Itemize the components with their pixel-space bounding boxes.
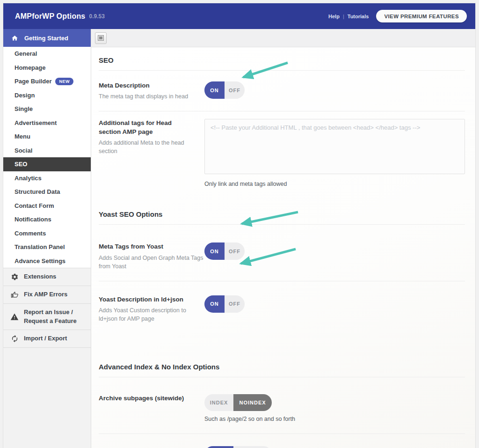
archive-subpages-toggle[interactable]: INDEX NOINDEX: [204, 394, 272, 411]
meta-tags-yoast-toggle[interactable]: ON OFF: [204, 242, 245, 260]
yoast-ldjson-row: Yoast Description in ld+json Adds Yoast …: [99, 281, 465, 335]
author-archive-row: Author Archive pages INDEX NOINDEX: [99, 434, 465, 448]
sidebar-item-comments[interactable]: Comments: [3, 227, 91, 241]
toggle-on-segment[interactable]: ON: [204, 81, 225, 99]
option-label: Meta Description: [99, 81, 195, 90]
sidebar-item-label: Extensions: [24, 272, 79, 281]
sidebar-item-label: Contact Form: [15, 202, 54, 209]
sidebar-item-label: Advance Settings: [15, 257, 65, 264]
toggle-on-segment[interactable]: ON: [204, 295, 225, 313]
sidebar-item-advance-settings[interactable]: Advance Settings: [3, 254, 91, 268]
header-separator: |: [343, 14, 344, 19]
warning-icon: [10, 313, 19, 321]
sidebar-item-label: Translation Panel: [15, 243, 65, 250]
option-description: The meta tag that displays in head: [99, 92, 204, 101]
sidebar-item-label: Getting Started: [24, 35, 68, 42]
sidebar-item-menu[interactable]: Menu: [3, 130, 91, 144]
app-header: AMPforWP Options 0.9.53 Help | Tutorials…: [3, 3, 475, 29]
additional-head-tags-textarea[interactable]: [204, 119, 465, 174]
sidebar-item-label: General: [15, 50, 37, 57]
option-label: Archive subpages (sitewide): [99, 394, 195, 403]
section-heading-index: Advanced Index & No Index Options: [99, 354, 465, 377]
sidebar-nav-list: General Homepage Page Builder NEW Design…: [3, 47, 91, 268]
toggle-noindex-segment[interactable]: NOINDEX: [233, 394, 272, 411]
option-label: Additional tags for Head section AMP pag…: [99, 119, 195, 136]
sidebar-item-extensions[interactable]: Extensions: [3, 268, 91, 286]
sync-icon: [10, 335, 19, 343]
sidebar-item-fix-amp-errors[interactable]: Fix AMP Errors: [3, 286, 91, 303]
content-toolbar: [91, 29, 475, 47]
new-badge: NEW: [55, 78, 73, 85]
app-window: AMPforWP Options 0.9.53 Help | Tutorials…: [3, 3, 475, 448]
sidebar-item-page-builder[interactable]: Page Builder NEW: [3, 74, 91, 88]
author-archive-toggle[interactable]: INDEX NOINDEX: [204, 446, 272, 448]
option-description: Adds Yoast Custom description to ld+json…: [99, 306, 204, 323]
yoast-ldjson-toggle[interactable]: ON OFF: [204, 295, 245, 313]
option-label: Author Archive pages: [99, 446, 195, 448]
meta-description-toggle[interactable]: ON OFF: [204, 81, 245, 99]
sidebar-item-label: Page Builder: [15, 78, 51, 85]
sidebar-item-homepage[interactable]: Homepage: [3, 61, 91, 75]
gear-icon: [10, 272, 19, 281]
toggle-noindex-segment[interactable]: NOINDEX: [233, 446, 272, 448]
sidebar-item-label: Homepage: [15, 64, 45, 71]
toggle-off-segment[interactable]: OFF: [225, 81, 245, 99]
view-premium-features-button[interactable]: VIEW PREMIUM FEATURES: [376, 10, 467, 22]
sidebar-item-label: Menu: [15, 133, 30, 140]
sidebar-item-label: Fix AMP Errors: [24, 290, 79, 299]
thumbs-up-icon: [10, 290, 19, 299]
sidebar-item-getting-started[interactable]: Getting Started: [3, 29, 91, 47]
sidebar-item-advertisement[interactable]: Advertisement: [3, 116, 91, 130]
sidebar-item-label: Comments: [15, 230, 46, 237]
sidebar-item-social[interactable]: Social: [3, 144, 91, 158]
toggle-off-segment[interactable]: OFF: [225, 295, 245, 313]
option-label: Yoast Description in ld+json: [99, 295, 195, 304]
sidebar-item-label: Import / Export: [24, 334, 79, 343]
sidebar-item-label: SEO: [15, 161, 27, 168]
sidebar-item-import-export[interactable]: Import / Export: [3, 330, 91, 347]
home-icon: [11, 35, 18, 42]
sidebar-item-analytics[interactable]: Analytics: [3, 171, 91, 185]
section-heading-yoast: Yoast SEO Options: [99, 201, 465, 225]
sidebar-item-label: Report an Issue / Request a Feature: [24, 308, 79, 326]
archive-subpages-row: Archive subpages (sitewide) INDEX NOINDE…: [99, 377, 465, 434]
sidebar-item-notifications[interactable]: Notifications: [3, 213, 91, 227]
sidebar-item-label: Analytics: [15, 175, 42, 182]
sidebar-item-structured-data[interactable]: Structured Data: [3, 185, 91, 199]
sidebar-item-seo[interactable]: SEO: [3, 157, 91, 171]
additional-tags-row: Additional tags for Head section AMP pag…: [99, 111, 465, 196]
meta-description-row: Meta Description The meta tag that displ…: [99, 71, 465, 111]
sidebar-item-label: Social: [15, 147, 32, 154]
sidebar-item-contact-form[interactable]: Contact Form: [3, 199, 91, 213]
toggle-on-segment[interactable]: ON: [204, 242, 225, 260]
help-link[interactable]: Help: [328, 14, 340, 19]
page-title: AMPforWP Options: [15, 12, 85, 21]
meta-tags-yoast-row: Meta Tags from Yoast Adds Social and Ope…: [99, 225, 465, 281]
section-heading-seo: SEO: [99, 47, 465, 71]
toggle-off-segment[interactable]: OFF: [225, 242, 245, 260]
sidebar-item-label: Single: [15, 105, 33, 112]
collapse-panel-button[interactable]: [95, 32, 107, 44]
sidebar-item-single[interactable]: Single: [3, 102, 91, 116]
sidebar-bottom-list: Extensions Fix AMP Errors Report an Issu…: [3, 268, 91, 448]
sidebar-item-report-issue[interactable]: Report an Issue / Request a Feature: [3, 303, 91, 330]
option-description: Adds additional Meta to the head section: [99, 139, 204, 155]
sidebar-item-label: Structured Data: [15, 188, 60, 195]
sidebar-item-translation-panel[interactable]: Translation Panel: [3, 240, 91, 254]
option-label: Meta Tags from Yoast: [99, 242, 195, 251]
sidebar-item-label: Advertisement: [15, 119, 57, 126]
version-label: 0.9.53: [89, 13, 104, 20]
option-note: Only link and meta tags allowed: [204, 181, 465, 187]
main-panel: SEO Meta Description The meta tag that d…: [91, 29, 475, 448]
option-description: Adds Social and Open Graph Meta Tags fro…: [99, 254, 204, 271]
toggle-index-segment[interactable]: INDEX: [204, 446, 233, 448]
panel-icon: [98, 35, 104, 41]
sidebar-item-label: Design: [15, 92, 35, 99]
settings-content: SEO Meta Description The meta tag that d…: [91, 47, 475, 448]
sidebar-item-general[interactable]: General: [3, 47, 91, 61]
sidebar: Getting Started General Homepage Page Bu…: [3, 29, 91, 448]
toggle-index-segment[interactable]: INDEX: [204, 394, 233, 411]
tutorials-link[interactable]: Tutorials: [348, 14, 369, 19]
sidebar-item-design[interactable]: Design: [3, 88, 91, 103]
option-note: Such as /page/2 so on and so forth: [204, 416, 465, 422]
